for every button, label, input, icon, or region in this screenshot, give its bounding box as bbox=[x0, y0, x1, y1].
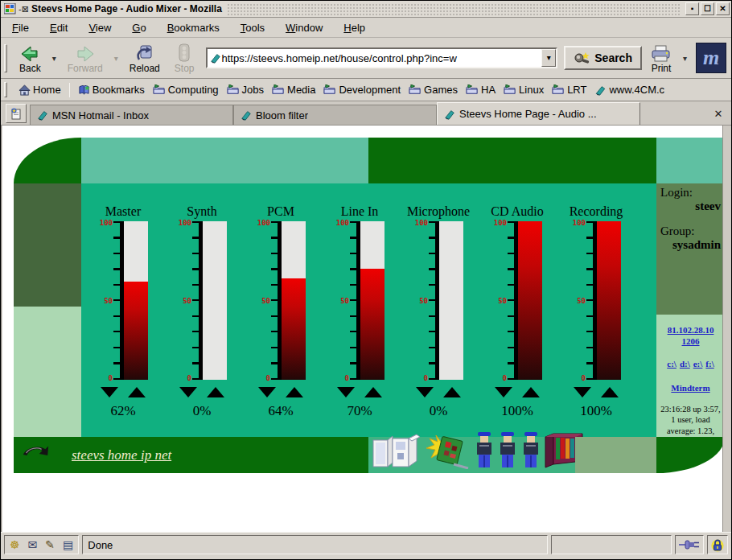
maximize-button[interactable]: ☐ bbox=[701, 2, 714, 15]
mail-icon[interactable]: ✉ bbox=[28, 539, 38, 550]
bookmark-menu[interactable]: Bookmarks bbox=[78, 84, 145, 96]
volume-meter[interactable] bbox=[199, 221, 227, 380]
volume-up-button[interactable] bbox=[601, 387, 619, 397]
volume-up-button[interactable] bbox=[286, 387, 303, 397]
search-button[interactable]: Search bbox=[564, 46, 642, 70]
volume-meter[interactable] bbox=[593, 221, 621, 380]
volume-meter[interactable] bbox=[278, 221, 306, 380]
scale-label-100: 100 bbox=[257, 219, 270, 227]
fridge-clipart[interactable] bbox=[372, 434, 422, 472]
print-dropdown[interactable]: ▾ bbox=[681, 54, 689, 63]
tab[interactable]: Bloom filter bbox=[233, 105, 437, 125]
toolbar-grippy[interactable] bbox=[4, 44, 7, 72]
back-button[interactable]: Back bbox=[14, 40, 47, 76]
mixer-channel: Microphone 100 50 0 bbox=[413, 204, 464, 419]
stop-button[interactable]: Stop bbox=[169, 40, 200, 76]
drive-link[interactable]: f:\ bbox=[705, 359, 713, 369]
personal-toolbar: Home Bookmarks Computing bbox=[1, 79, 731, 101]
volume-meter[interactable] bbox=[435, 221, 463, 380]
search-icon bbox=[574, 51, 591, 64]
tab[interactable]: MSN Hotmail - Inbox bbox=[30, 105, 233, 125]
bookmark-folder[interactable]: Games bbox=[409, 84, 458, 96]
circuit-board-clipart[interactable] bbox=[425, 432, 471, 472]
volume-up-button[interactable] bbox=[443, 387, 461, 397]
volume-down-button[interactable] bbox=[337, 387, 355, 397]
menu-item[interactable]: Go bbox=[132, 22, 146, 34]
bookmark-home[interactable]: Home bbox=[19, 84, 61, 96]
close-button[interactable]: ✕ bbox=[716, 2, 730, 15]
tab[interactable]: Steevs Home Page - Audio ... bbox=[437, 102, 640, 125]
audio-mixer-panel: Master 100 50 0 bbox=[81, 183, 656, 437]
forward-button[interactable]: Forward bbox=[62, 40, 109, 76]
online-status-segment[interactable] bbox=[675, 535, 704, 554]
titlebar-texture[interactable] bbox=[227, 3, 681, 15]
volume-meter[interactable] bbox=[356, 221, 385, 380]
menu-item[interactable]: View bbox=[88, 22, 111, 34]
print-button[interactable]: Print bbox=[645, 40, 677, 76]
composer-icon[interactable]: ✎ bbox=[45, 539, 55, 550]
bookmark-folder[interactable]: LRT bbox=[552, 84, 586, 96]
login-value: steev bbox=[660, 200, 721, 213]
reload-button[interactable]: Reload bbox=[124, 40, 166, 76]
menu-item[interactable]: Bookmarks bbox=[167, 22, 220, 34]
folder-icon bbox=[227, 84, 240, 95]
bookmark-folder[interactable]: HA bbox=[466, 84, 496, 96]
channel-label: PCM bbox=[267, 204, 294, 221]
minimize-button[interactable]: ▪ bbox=[685, 2, 699, 15]
volume-down-button[interactable] bbox=[495, 387, 512, 397]
title-bar[interactable]: -⊠ Steevs Home Page - Audio Mixer - Mozi… bbox=[1, 1, 731, 18]
scale-label-100: 100 bbox=[573, 219, 586, 227]
component-bar: ☸ ✉ ✎ ▤ bbox=[4, 535, 79, 554]
toolbar-grippy[interactable] bbox=[4, 82, 7, 97]
navigation-toolbar: Back ▾ Forward ▾ Reload Stop bbox=[1, 38, 731, 79]
volume-up-button[interactable] bbox=[207, 387, 224, 397]
bookmark-folder[interactable]: Computing bbox=[153, 84, 219, 96]
slider-ticks bbox=[192, 221, 199, 380]
mozilla-logo[interactable]: m bbox=[696, 43, 726, 73]
bookmark-folder[interactable]: Development bbox=[323, 84, 401, 96]
drive-link[interactable]: d:\ bbox=[680, 359, 690, 369]
menu-item[interactable]: Help bbox=[343, 22, 365, 34]
site-home-link[interactable]: steevs home ip net bbox=[72, 447, 171, 463]
close-tab-button[interactable]: ✕ bbox=[709, 104, 728, 123]
volume-up-button[interactable] bbox=[364, 387, 382, 397]
menu-item[interactable]: File bbox=[12, 22, 29, 34]
channel-percent: 100% bbox=[580, 403, 612, 419]
addressbook-icon[interactable]: ▤ bbox=[63, 539, 73, 550]
volume-down-button[interactable] bbox=[258, 387, 276, 397]
slider-scale: 100 50 0 bbox=[571, 221, 586, 380]
navigator-icon[interactable]: ☸ bbox=[10, 539, 20, 550]
volume-down-button[interactable] bbox=[574, 387, 591, 397]
volume-meter[interactable] bbox=[120, 221, 148, 380]
menu-item[interactable]: Edit bbox=[50, 22, 68, 34]
forward-dropdown[interactable]: ▾ bbox=[112, 54, 121, 63]
drive-link[interactable]: e:\ bbox=[693, 359, 703, 369]
volume-down-button[interactable] bbox=[416, 387, 434, 397]
toolbar-separator bbox=[69, 83, 70, 97]
ip-address-link[interactable]: 81.102.28.101206 bbox=[656, 324, 725, 348]
bookmark-folder[interactable]: Jobs bbox=[227, 84, 264, 96]
drive-link[interactable]: c:\ bbox=[667, 359, 676, 369]
status-bar: ☸ ✉ ✎ ▤ Done bbox=[1, 532, 731, 559]
scale-label-50: 50 bbox=[498, 297, 507, 305]
vertical-scrollbar[interactable] bbox=[722, 126, 731, 532]
bookmark-www-4cm[interactable]: www.4CM.c bbox=[594, 84, 664, 96]
security-segment[interactable] bbox=[707, 535, 728, 554]
volume-down-button[interactable] bbox=[101, 387, 118, 397]
volume-up-button[interactable] bbox=[128, 387, 146, 397]
bookmark-folder[interactable]: Linux bbox=[504, 84, 544, 96]
mindterm-link[interactable]: Mindterm bbox=[671, 383, 709, 393]
menu-item[interactable]: Tools bbox=[241, 22, 265, 34]
bookmark-folder[interactable]: Media bbox=[272, 84, 315, 96]
url-dropdown-button[interactable]: ▾ bbox=[541, 49, 556, 67]
volume-meter[interactable] bbox=[514, 221, 542, 380]
back-dropdown[interactable]: ▾ bbox=[50, 54, 59, 63]
guards-clipart[interactable] bbox=[475, 431, 541, 472]
volume-up-button[interactable] bbox=[522, 387, 540, 397]
new-tab-button[interactable] bbox=[6, 104, 27, 123]
scale-label-0: 0 bbox=[345, 374, 349, 382]
volume-down-button[interactable] bbox=[179, 387, 197, 397]
url-input[interactable] bbox=[221, 52, 541, 64]
slider-scale: 100 50 0 bbox=[335, 221, 350, 380]
menu-item[interactable]: Window bbox=[286, 22, 323, 34]
